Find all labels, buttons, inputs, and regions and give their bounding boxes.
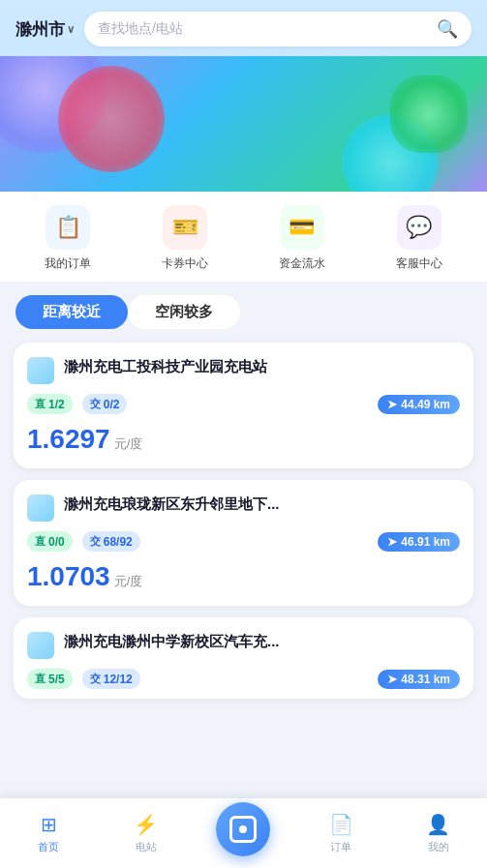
banner-blob-2 — [58, 66, 165, 172]
station-header-3: 滁州充电滁州中学新校区汽车充... — [27, 631, 460, 659]
station-dot-1 — [27, 357, 54, 384]
orders-label: 我的订单 — [45, 255, 91, 272]
station-card-2[interactable]: 滁州充电琅珑新区东升邻里地下... 直 0/0 交 68/92 ➤ 46.91 … — [14, 480, 473, 606]
price-row-2: 1.0703 元/度 — [27, 561, 460, 592]
orders-icon: 📋 — [46, 205, 90, 250]
ac-count-2: 68/92 — [104, 535, 133, 549]
search-icon[interactable]: 🔍 — [437, 18, 458, 40]
distance-value-1: 44.49 km — [401, 398, 450, 411]
station-card-1[interactable]: 滁州充电工投科技产业园充电站 直 1/2 交 0/2 ➤ 44.49 km 1.… — [14, 343, 473, 468]
mine-icon: 👤 — [426, 813, 450, 836]
bottom-nav: ⊞ 首页 ⚡ 电站 📄 订单 👤 我的 — [0, 798, 487, 868]
station-name-3: 滁州充电滁州中学新校区汽车充... — [64, 631, 460, 651]
distance-badge-1: ➤ 44.49 km — [378, 395, 460, 414]
ac-badge-3: 交 12/12 — [82, 669, 140, 689]
station-header-1: 滁州充电工投科技产业园充电站 — [27, 356, 460, 384]
price-unit-2: 元/度 — [114, 573, 143, 590]
coupon-label: 卡券中心 — [162, 255, 208, 272]
order-icon: 📄 — [329, 813, 353, 836]
quick-action-coupon[interactable]: 🎫 卡券中心 — [162, 205, 208, 272]
station-name-2: 滁州充电琅珑新区东升邻里地下... — [64, 494, 460, 514]
nav-item-mine[interactable]: 👤 我的 — [389, 813, 487, 854]
city-selector[interactable]: 滁州市 ∨ — [15, 18, 75, 41]
ac-label-1: 交 — [90, 397, 101, 411]
station-dot-3 — [27, 632, 54, 659]
station-info-row-3: 直 5/5 交 12/12 ➤ 48.31 km — [27, 669, 460, 689]
filter-tab-idle[interactable]: 空闲较多 — [128, 295, 240, 329]
nav-label-home: 首页 — [38, 840, 59, 854]
dc-label-2: 直 — [35, 534, 46, 549]
scan-dot — [239, 825, 247, 833]
dc-badge-2: 直 0/0 — [27, 531, 73, 552]
city-chevron-icon: ∨ — [67, 23, 75, 36]
service-icon: 💬 — [397, 205, 441, 250]
price-value-1: 1.6297 — [27, 424, 110, 455]
nav-label-station: 电站 — [136, 840, 157, 854]
search-placeholder: 查找地点/电站 — [98, 20, 429, 38]
quick-action-funds[interactable]: 💳 资金流水 — [279, 205, 325, 272]
station-name-1: 滁州充电工投科技产业园充电站 — [64, 356, 460, 376]
price-row-1: 1.6297 元/度 — [27, 424, 460, 455]
distance-value-3: 48.31 km — [401, 673, 450, 686]
stations-list: 滁州充电工投科技产业园充电站 直 1/2 交 0/2 ➤ 44.49 km 1.… — [0, 339, 487, 776]
scan-button[interactable] — [216, 802, 270, 856]
location-icon-3: ➤ — [387, 673, 397, 686]
ac-count-3: 12/12 — [104, 673, 133, 686]
ac-badge-2: 交 68/92 — [82, 531, 140, 552]
location-icon-2: ➤ — [387, 535, 397, 549]
service-label: 客服中心 — [396, 255, 442, 272]
ac-label-3: 交 — [90, 672, 101, 686]
home-icon: ⊞ — [41, 813, 57, 836]
dc-badge-3: 直 5/5 — [27, 669, 73, 689]
dc-count-2: 0/0 — [48, 535, 65, 549]
station-info-row-1: 直 1/2 交 0/2 ➤ 44.49 km — [27, 394, 460, 414]
quick-action-service[interactable]: 💬 客服中心 — [396, 205, 442, 272]
station-info-row-2: 直 0/0 交 68/92 ➤ 46.91 km — [27, 531, 460, 552]
price-unit-1: 元/度 — [114, 435, 143, 453]
quick-actions: 📋 我的订单 🎫 卡券中心 💳 资金流水 💬 客服中心 — [0, 192, 487, 282]
banner-blob-4 — [390, 75, 468, 153]
banner — [0, 56, 487, 192]
ac-badge-1: 交 0/2 — [82, 394, 128, 414]
funds-label: 资金流水 — [279, 255, 325, 272]
location-icon-1: ➤ — [387, 398, 397, 411]
ac-label-2: 交 — [90, 534, 101, 549]
funds-icon: 💳 — [280, 205, 324, 250]
station-header-2: 滁州充电琅珑新区东升邻里地下... — [27, 494, 460, 522]
nav-center — [195, 802, 292, 864]
ac-count-1: 0/2 — [104, 398, 120, 411]
coupon-icon: 🎫 — [163, 205, 207, 250]
nav-item-order[interactable]: 📄 订单 — [292, 813, 390, 854]
filter-tab-distance[interactable]: 距离较近 — [15, 295, 128, 329]
nav-label-order: 订单 — [330, 840, 351, 854]
quick-action-orders[interactable]: 📋 我的订单 — [45, 205, 91, 272]
nav-item-home[interactable]: ⊞ 首页 — [0, 813, 98, 854]
price-value-2: 1.0703 — [27, 561, 110, 592]
station-icon: ⚡ — [134, 813, 158, 836]
nav-item-station[interactable]: ⚡ 电站 — [98, 813, 196, 854]
station-card-3[interactable]: 滁州充电滁州中学新校区汽车充... 直 5/5 交 12/12 ➤ 48.31 … — [14, 617, 473, 699]
filter-tabs: 距离较近 空闲较多 — [0, 282, 487, 339]
distance-value-2: 46.91 km — [401, 535, 450, 549]
dc-count-1: 1/2 — [48, 398, 65, 411]
nav-label-mine: 我的 — [428, 840, 449, 854]
city-name: 滁州市 — [15, 18, 65, 41]
header: 滁州市 ∨ 查找地点/电站 🔍 — [0, 0, 487, 56]
distance-badge-2: ➤ 46.91 km — [378, 532, 460, 552]
station-dot-2 — [27, 494, 54, 522]
search-bar[interactable]: 查找地点/电站 🔍 — [84, 12, 472, 46]
scan-icon — [229, 816, 257, 843]
dc-count-3: 5/5 — [48, 673, 65, 686]
distance-badge-3: ➤ 48.31 km — [378, 670, 460, 689]
dc-label-3: 直 — [35, 672, 46, 686]
dc-label-1: 直 — [35, 397, 46, 411]
dc-badge-1: 直 1/2 — [27, 394, 73, 414]
